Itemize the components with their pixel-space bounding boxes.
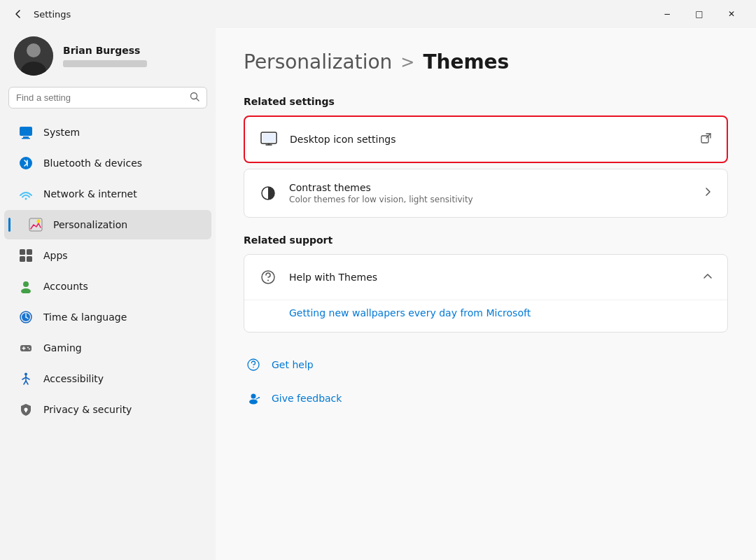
help-with-themes-header[interactable]: Help with Themes: [244, 255, 727, 300]
svg-line-32: [26, 381, 28, 384]
close-button[interactable]: ✕: [715, 3, 748, 25]
nav-accessibility[interactable]: Accessibility: [4, 364, 211, 393]
avatar: [14, 36, 53, 76]
svg-point-45: [253, 367, 254, 368]
nav-privacy[interactable]: Privacy & security: [4, 395, 211, 424]
back-button[interactable]: [8, 4, 28, 24]
svg-point-43: [267, 280, 269, 281]
minimize-button[interactable]: −: [651, 3, 683, 25]
nav-apps[interactable]: Apps: [4, 241, 211, 270]
desktop-icon-settings-card: Desktop icon settings: [244, 115, 728, 163]
svg-point-25: [27, 347, 29, 349]
breadcrumb-parent[interactable]: Personalization: [244, 50, 392, 74]
related-settings-section: Related settings Desktop icon settings: [244, 96, 728, 218]
network-icon: [18, 186, 34, 202]
svg-rect-15: [27, 256, 32, 262]
accounts-icon: [18, 279, 34, 294]
user-section[interactable]: Brian Burgess: [0, 28, 216, 87]
svg-point-49: [258, 397, 260, 398]
breadcrumb: Personalization > Themes: [244, 50, 728, 74]
svg-point-8: [20, 157, 32, 169]
apps-label: Apps: [43, 250, 68, 261]
nav-network[interactable]: Network & internet: [4, 179, 211, 209]
active-indicator: [8, 218, 10, 232]
personalization-icon: [28, 217, 43, 232]
desktop-icon: [259, 130, 279, 149]
apps-icon: [18, 248, 34, 263]
time-label: Time & language: [43, 312, 127, 323]
svg-line-31: [24, 381, 26, 384]
svg-rect-14: [20, 256, 25, 262]
system-icon: [18, 125, 34, 140]
svg-point-17: [21, 288, 31, 293]
svg-rect-34: [25, 410, 27, 412]
contrast-themes-text: Contrast themes Color themes for low vis…: [289, 182, 691, 204]
user-info: Brian Burgess: [63, 45, 147, 67]
get-help-text[interactable]: Get help: [272, 359, 314, 370]
app-title: Settings: [34, 9, 71, 20]
external-link-icon: [700, 132, 713, 147]
maximize-button[interactable]: □: [683, 3, 715, 25]
breadcrumb-current: Themes: [423, 50, 509, 74]
privacy-label: Privacy & security: [43, 404, 132, 415]
nav-bluetooth[interactable]: Bluetooth & devices: [4, 148, 211, 178]
privacy-icon: [18, 402, 34, 417]
related-support-title: Related support: [244, 234, 728, 246]
bottom-links: Get help Give feedback: [244, 349, 728, 414]
svg-point-47: [249, 400, 258, 405]
contrast-themes-subtitle: Color themes for low vision, light sensi…: [289, 195, 691, 204]
give-feedback-text[interactable]: Give feedback: [272, 393, 342, 404]
help-with-themes-card: Help with Themes Getting new wallpapers …: [244, 254, 728, 332]
help-with-themes-title: Help with Themes: [289, 272, 691, 283]
related-settings-title: Related settings: [244, 96, 728, 107]
svg-rect-7: [22, 138, 30, 139]
accessibility-label: Accessibility: [43, 373, 104, 384]
contrast-icon: [258, 183, 278, 203]
svg-line-4: [197, 99, 200, 102]
chevron-right-icon: [702, 186, 713, 200]
gaming-label: Gaming: [43, 342, 82, 354]
svg-point-1: [27, 43, 41, 57]
search-input[interactable]: [16, 92, 184, 103]
app-body: Brian Burgess System: [0, 28, 756, 560]
svg-rect-12: [20, 249, 25, 255]
give-feedback-row[interactable]: Give feedback: [244, 383, 728, 414]
system-label: System: [43, 127, 80, 138]
accessibility-icon: [18, 371, 34, 386]
gaming-icon: [18, 340, 34, 356]
svg-point-9: [25, 198, 27, 200]
give-feedback-icon: [244, 388, 263, 408]
svg-point-11: [37, 220, 41, 223]
related-support-section: Related support Help with Themes: [244, 234, 728, 332]
help-with-themes-body: Getting new wallpapers every day from Mi…: [244, 300, 727, 332]
svg-rect-6: [23, 136, 29, 138]
contrast-themes-card: Contrast themes Color themes for low vis…: [244, 169, 728, 218]
search-box[interactable]: [8, 87, 207, 108]
help-with-themes-text: Help with Themes: [289, 272, 691, 283]
wallpaper-link[interactable]: Getting new wallpapers every day from Mi…: [289, 307, 531, 318]
svg-rect-5: [20, 127, 32, 136]
get-help-icon: [244, 355, 263, 374]
bluetooth-icon: [18, 155, 34, 171]
nav-accounts[interactable]: Accounts: [4, 272, 211, 301]
window-controls: − □ ✕: [651, 3, 748, 25]
contrast-themes-row[interactable]: Contrast themes Color themes for low vis…: [244, 169, 727, 217]
user-status-bar: [63, 60, 147, 67]
bluetooth-label: Bluetooth & devices: [43, 158, 142, 169]
network-label: Network & internet: [43, 188, 137, 200]
content-area: Personalization > Themes Related setting…: [216, 28, 756, 560]
search-icon: [190, 92, 200, 104]
accounts-label: Accounts: [43, 281, 88, 292]
personalization-label: Personalization: [53, 219, 127, 230]
nav-gaming[interactable]: Gaming: [4, 333, 211, 363]
nav-system[interactable]: System: [4, 118, 211, 147]
user-name: Brian Burgess: [63, 45, 147, 56]
help-icon: [258, 267, 278, 287]
desktop-icon-settings-title: Desktop icon settings: [290, 134, 689, 145]
get-help-row[interactable]: Get help: [244, 349, 728, 380]
nav-personalization[interactable]: Personalization: [4, 210, 211, 239]
nav-time[interactable]: Time & language: [4, 302, 211, 332]
svg-point-26: [29, 349, 30, 350]
desktop-icon-settings-row[interactable]: Desktop icon settings: [245, 117, 727, 162]
svg-rect-36: [262, 134, 275, 142]
